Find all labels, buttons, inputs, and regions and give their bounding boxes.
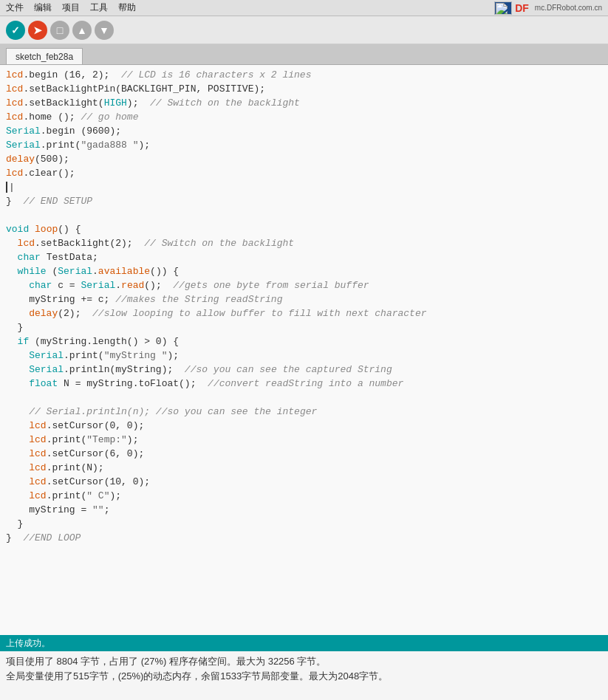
code-editor[interactable]: lcd.begin (16, 2); // LCD is 16 characte… — [0, 65, 608, 635]
upload-button[interactable]: ➤ — [28, 21, 47, 40]
menu-tools[interactable]: 工具 — [90, 1, 108, 14]
menubar: 文件 编辑 项目 工具 帮助 DF mc.DFRobot.com.cn — [0, 0, 608, 16]
menu-help[interactable]: 帮助 — [118, 1, 136, 14]
output-area: 项目使用了 8804 字节，占用了 (27%) 程序存储空间。最大为 32256… — [0, 651, 608, 700]
output-line2: 全局变量使用了515字节，(25%)的动态内存，余留1533字节局部变量。最大为… — [6, 669, 602, 684]
new-button[interactable]: □ — [50, 21, 69, 40]
save-button[interactable]: ▼ — [95, 21, 114, 40]
output-line1: 项目使用了 8804 字节，占用了 (27%) 程序存储空间。最大为 32256… — [6, 654, 602, 669]
dfrobot-logo-img — [494, 1, 512, 15]
dfrobot-brand: DF — [515, 2, 529, 14]
console-status: 上传成功。 — [0, 635, 608, 651]
verify-button[interactable]: ✓ — [6, 21, 25, 40]
dfrobot-url: mc.DFRobot.com.cn — [535, 4, 602, 12]
toolbar: ✓ ➤ □ ▲ ▼ — [0, 16, 608, 44]
tabbar: sketch_feb28a — [0, 44, 608, 65]
menu-edit[interactable]: 编辑 — [34, 1, 52, 14]
open-button[interactable]: ▲ — [72, 21, 92, 40]
menu-file[interactable]: 文件 — [6, 1, 24, 14]
code-content: lcd.begin (16, 2); // LCD is 16 characte… — [0, 68, 608, 545]
menu-project[interactable]: 项目 — [62, 1, 80, 14]
tab-sketch[interactable]: sketch_feb28a — [6, 48, 83, 64]
upload-status: 上传成功。 — [6, 637, 50, 650]
